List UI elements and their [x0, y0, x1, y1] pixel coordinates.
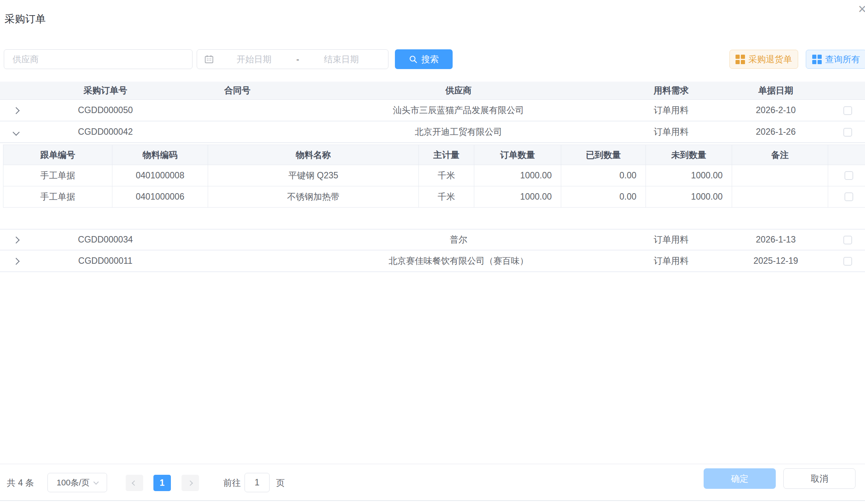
row-checkbox[interactable]	[843, 257, 852, 266]
table-row[interactable]: CGDD000034 普尔 订单用料 2026-1-13	[0, 229, 865, 250]
detail-header-received-qty: 已到数量	[561, 145, 646, 165]
grid-icon	[812, 55, 821, 64]
received-qty: 0.00	[561, 186, 646, 207]
material-demand: 订单用料	[621, 234, 721, 246]
dialog-footer: 共 4 条 100条/页 1 前往 页 确定 取消	[0, 464, 865, 500]
detail-header-row: 跟单编号 物料编码 物料名称 主计量 订单数量 已到数量 未到数量 备注	[3, 145, 865, 165]
start-date-field[interactable]: 开始日期	[214, 54, 294, 65]
order-no: CGDD000011	[32, 256, 178, 266]
detail-header-unit: 主计量	[419, 145, 474, 165]
detail-header-pending-qty: 未到数量	[646, 145, 732, 165]
collapse-row-icon[interactable]	[0, 127, 32, 137]
dialog-bottom-edge	[0, 500, 865, 501]
prev-page-button[interactable]	[126, 475, 143, 491]
material-name: 平键钢 Q235	[208, 165, 419, 186]
material-demand: 订单用料	[621, 126, 721, 138]
detail-row-checkbox[interactable]	[844, 192, 853, 201]
column-header-date: 单据日期	[721, 85, 830, 96]
detail-row[interactable]: 手工单据 0401000006 不锈钢加热带 千米 1000.00 0.00 1…	[3, 186, 865, 207]
supplier: 普尔	[296, 234, 621, 246]
detail-header-material-code: 物料编码	[112, 145, 208, 165]
confirm-button[interactable]: 确定	[704, 468, 776, 489]
purchase-return-label: 采购退货单	[748, 54, 792, 65]
unit: 千米	[419, 165, 474, 186]
date-range-separator: -	[294, 54, 301, 65]
chevron-right-icon	[188, 480, 193, 485]
remark	[732, 186, 828, 207]
supplier: 北京开迪工贸有限公司	[296, 126, 621, 138]
detail-header-doc-type: 跟单编号	[3, 145, 112, 165]
material-code: 0401000006	[112, 186, 208, 207]
column-header-contract-no: 合同号	[178, 85, 296, 96]
expand-row-icon[interactable]	[0, 105, 32, 115]
page-size-select[interactable]: 100条/页	[47, 473, 107, 492]
table-row[interactable]: CGDD000011 北京赛佳味餐饮有限公司（赛百味） 订单用料 2025-12…	[0, 250, 865, 272]
query-all-button[interactable]: 查询所有	[806, 50, 865, 69]
search-icon	[409, 55, 418, 64]
goto-page-label: 前往	[223, 477, 241, 489]
page-size-value: 100条/页	[57, 477, 90, 488]
next-page-button[interactable]	[182, 475, 199, 491]
material-name: 不锈钢加热带	[208, 186, 419, 207]
doc-date: 2026-1-26	[721, 127, 830, 137]
detail-row[interactable]: 手工单据 0401000008 平键钢 Q235 千米 1000.00 0.00…	[3, 165, 865, 186]
chevron-down-icon	[93, 479, 99, 484]
unit: 千米	[419, 186, 474, 207]
date-range-picker[interactable]: 开始日期 - 结束日期	[197, 49, 388, 69]
received-qty: 0.00	[561, 165, 646, 186]
order-no: CGDD000042	[32, 127, 178, 137]
remark	[732, 165, 828, 186]
order-qty: 1000.00	[474, 186, 561, 207]
purchase-order-table: 采购订单号 合同号 供应商 用料需求 单据日期 CGDD000050 汕头市三辰…	[0, 82, 865, 272]
detail-header-material-name: 物料名称	[208, 145, 419, 165]
table-header-row: 采购订单号 合同号 供应商 用料需求 单据日期	[0, 82, 865, 100]
order-no: CGDD000034	[32, 235, 178, 245]
end-date-field[interactable]: 结束日期	[301, 54, 381, 65]
order-no: CGDD000050	[32, 105, 178, 115]
close-icon[interactable]: ×	[858, 2, 865, 16]
supplier: 北京赛佳味餐饮有限公司（赛百味）	[296, 255, 621, 267]
purchase-return-button[interactable]: 采购退货单	[729, 50, 798, 69]
chevron-left-icon	[132, 480, 137, 485]
order-qty: 1000.00	[474, 165, 561, 186]
detail-header-order-qty: 订单数量	[474, 145, 561, 165]
row-checkbox[interactable]	[843, 236, 852, 244]
row-checkbox[interactable]	[843, 106, 852, 115]
material-demand: 订单用料	[621, 255, 721, 267]
column-header-order-no: 采购订单号	[32, 85, 178, 96]
material-code: 0401000008	[112, 165, 208, 186]
search-button[interactable]: 搜索	[395, 49, 453, 69]
total-count-label: 共 4 条	[7, 477, 34, 489]
doc-type: 手工单据	[3, 186, 112, 207]
doc-date: 2026-1-13	[721, 235, 830, 245]
query-all-label: 查询所有	[825, 54, 860, 65]
order-detail-table: 跟单编号 物料编码 物料名称 主计量 订单数量 已到数量 未到数量 备注 手工单…	[3, 145, 865, 208]
column-header-supplier: 供应商	[296, 85, 621, 96]
page-unit-label: 页	[276, 477, 285, 489]
material-demand: 订单用料	[621, 104, 721, 116]
detail-checkbox-column-header	[828, 145, 865, 165]
pending-qty: 1000.00	[646, 186, 732, 207]
cancel-button[interactable]: 取消	[783, 468, 856, 489]
supplier-input[interactable]	[4, 49, 193, 69]
detail-gap	[0, 208, 865, 229]
doc-type: 手工单据	[3, 165, 112, 186]
supplier: 汕头市三辰蓝猫产品发展有限公司	[296, 104, 621, 116]
detail-row-checkbox[interactable]	[844, 171, 853, 180]
filter-bar: 开始日期 - 结束日期 搜索 采购退货单 查询所有	[0, 49, 865, 69]
column-header-material-demand: 用料需求	[621, 85, 721, 96]
expand-row-icon[interactable]	[0, 256, 32, 266]
search-button-label: 搜索	[421, 54, 439, 65]
grid-icon	[736, 55, 745, 64]
row-checkbox[interactable]	[843, 128, 852, 137]
doc-date: 2025-12-19	[721, 256, 830, 266]
pending-qty: 1000.00	[646, 165, 732, 186]
page-number-button[interactable]: 1	[153, 475, 171, 491]
table-row[interactable]: CGDD000050 汕头市三辰蓝猫产品发展有限公司 订单用料 2026-2-1…	[0, 100, 865, 121]
table-row[interactable]: CGDD000042 北京开迪工贸有限公司 订单用料 2026-1-26	[0, 121, 865, 143]
calendar-icon	[204, 54, 214, 65]
detail-header-remark: 备注	[732, 145, 828, 165]
goto-page-input[interactable]	[245, 473, 270, 492]
expand-row-icon[interactable]	[0, 235, 32, 245]
page-title: 采购订单	[5, 12, 46, 26]
